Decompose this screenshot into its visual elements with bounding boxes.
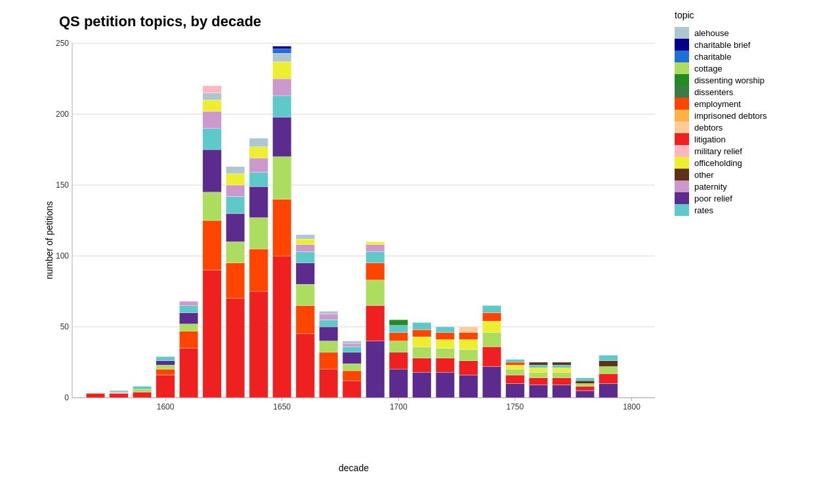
svg-rect-121 — [482, 346, 501, 366]
svg-rect-95 — [366, 242, 385, 244]
svg-rect-22 — [156, 369, 175, 375]
svg-rect-36 — [203, 129, 221, 150]
svg-rect-99 — [389, 333, 408, 341]
legend-label: charitable — [694, 52, 731, 62]
legend: topic alehouse charitable brief charitab… — [668, 0, 819, 504]
svg-rect-108 — [436, 372, 454, 398]
chart-area: QS petition topics, by decade number of … — [0, 0, 668, 504]
svg-rect-32 — [203, 270, 221, 398]
svg-rect-133 — [529, 378, 547, 385]
legend-label: dissenting worship — [694, 75, 765, 85]
svg-rect-58 — [272, 200, 291, 256]
legend-label: alehouse — [694, 28, 729, 38]
svg-rect-65 — [272, 49, 291, 53]
legend-item: alehouse — [675, 27, 812, 39]
svg-rect-67 — [296, 334, 314, 398]
svg-rect-111 — [436, 339, 454, 348]
legend-color-box — [675, 169, 689, 180]
svg-rect-138 — [553, 385, 571, 398]
svg-rect-25 — [156, 356, 175, 360]
svg-rect-24 — [156, 361, 175, 365]
svg-rect-63 — [272, 62, 291, 79]
legend-item: debtors — [675, 121, 812, 133]
svg-rect-110 — [436, 348, 454, 358]
svg-rect-54 — [249, 158, 268, 173]
legend-color-box — [675, 51, 689, 62]
svg-rect-19 — [133, 389, 151, 392]
svg-rect-23 — [156, 365, 175, 369]
svg-rect-143 — [553, 362, 571, 365]
svg-rect-77 — [320, 341, 338, 352]
svg-rect-73 — [296, 239, 314, 245]
svg-rect-118 — [459, 333, 478, 340]
svg-rect-49 — [249, 291, 268, 398]
legend-item: litigation — [675, 133, 812, 145]
svg-rect-45 — [226, 196, 244, 213]
svg-rect-55 — [249, 147, 268, 158]
legend-color-box — [675, 145, 689, 157]
svg-rect-68 — [296, 306, 314, 334]
chart-svg: 05010015020025016001650170017501800 — [46, 37, 662, 417]
svg-rect-37 — [203, 112, 221, 129]
svg-text:1750: 1750 — [507, 402, 524, 411]
legend-label: employment — [694, 99, 741, 109]
svg-rect-74 — [296, 235, 314, 239]
legend-color-box — [675, 27, 689, 39]
svg-rect-47 — [226, 174, 244, 185]
svg-rect-103 — [413, 358, 431, 373]
svg-rect-14 — [86, 394, 104, 398]
svg-rect-145 — [576, 387, 594, 390]
svg-rect-69 — [296, 284, 314, 305]
svg-rect-92 — [366, 263, 385, 280]
svg-rect-51 — [249, 218, 268, 249]
legend-color-box — [675, 121, 689, 133]
legend-item: other — [675, 169, 812, 180]
svg-rect-15 — [110, 394, 128, 398]
svg-rect-139 — [553, 378, 571, 385]
svg-rect-153 — [599, 355, 618, 361]
svg-text:150: 150 — [56, 180, 69, 190]
svg-text:100: 100 — [56, 251, 69, 261]
svg-rect-132 — [529, 385, 547, 398]
svg-rect-30 — [179, 306, 198, 313]
svg-rect-112 — [436, 333, 454, 340]
svg-text:1700: 1700 — [390, 402, 408, 411]
svg-rect-61 — [272, 96, 291, 117]
svg-rect-86 — [343, 346, 361, 352]
svg-text:200: 200 — [56, 110, 69, 119]
legend-label: officeholding — [694, 158, 742, 168]
svg-rect-20 — [133, 387, 151, 389]
svg-rect-101 — [389, 320, 408, 326]
svg-rect-129 — [506, 365, 524, 369]
svg-rect-104 — [413, 346, 431, 358]
legend-item: charitable brief — [675, 39, 812, 51]
svg-rect-76 — [320, 352, 338, 369]
svg-rect-123 — [482, 321, 501, 332]
svg-rect-21 — [156, 375, 175, 398]
svg-rect-96 — [389, 369, 408, 398]
legend-item: imprisoned debtors — [675, 110, 812, 121]
svg-text:250: 250 — [56, 39, 69, 48]
svg-rect-142 — [553, 365, 571, 368]
legend-item: poor relief — [675, 192, 812, 204]
svg-rect-109 — [436, 358, 454, 373]
legend-item: charitable — [675, 51, 812, 62]
svg-rect-91 — [366, 280, 385, 306]
legend-color-box — [675, 86, 689, 98]
svg-rect-71 — [296, 252, 314, 263]
legend-color-box — [675, 204, 689, 216]
svg-rect-80 — [320, 314, 338, 320]
svg-rect-33 — [203, 220, 221, 270]
svg-rect-35 — [203, 150, 221, 192]
svg-rect-89 — [366, 341, 385, 398]
legend-color-box — [675, 39, 689, 51]
svg-rect-136 — [529, 365, 547, 368]
svg-rect-27 — [179, 331, 198, 348]
svg-rect-60 — [272, 117, 291, 156]
svg-rect-105 — [413, 337, 431, 346]
svg-text:1650: 1650 — [273, 402, 291, 411]
svg-rect-152 — [599, 361, 618, 367]
legend-color-box — [675, 157, 689, 169]
svg-rect-106 — [413, 329, 431, 337]
legend-item: officeholding — [675, 157, 812, 169]
